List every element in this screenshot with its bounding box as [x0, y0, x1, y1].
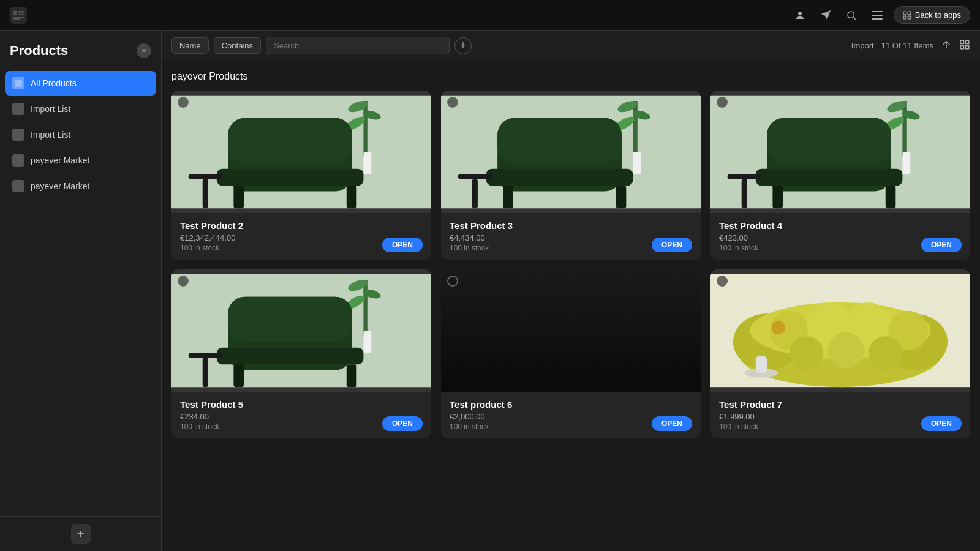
- sidebar-item-icon: [12, 154, 24, 167]
- svg-rect-40: [363, 152, 371, 174]
- product-checkbox-3[interactable]: [447, 97, 458, 108]
- product-card-3[interactable]: Test Product 3 €4,434.00 100 in stock OP…: [441, 91, 701, 260]
- product-name-5: Test Product 5: [180, 399, 423, 410]
- svg-marker-7: [821, 10, 830, 20]
- open-product-button-6[interactable]: OPEN: [652, 416, 692, 431]
- svg-rect-76: [228, 297, 352, 342]
- sidebar-item-label: payever Market: [31, 156, 89, 165]
- svg-rect-1: [18, 11, 24, 13]
- svg-rect-3: [13, 17, 24, 18]
- sidebar-item-icon: [12, 129, 24, 141]
- svg-rect-53: [472, 179, 478, 208]
- svg-rect-82: [363, 331, 371, 353]
- open-product-button-2[interactable]: OPEN: [382, 238, 423, 252]
- product-info-7: Test Product 7 €1,999.00 100 in stock OP…: [710, 392, 970, 438]
- sidebar-footer: +: [0, 516, 161, 551]
- open-product-button-4[interactable]: OPEN: [921, 238, 962, 252]
- svg-point-94: [869, 336, 902, 370]
- product-info-3: Test Product 3 €4,434.00 100 in stock OP…: [441, 213, 701, 260]
- sidebar-item-payever-market-2[interactable]: payever Market: [5, 174, 156, 198]
- sidebar: Products × All Products Import List Imp: [0, 31, 162, 551]
- svg-rect-67: [742, 179, 747, 208]
- open-product-button-7[interactable]: OPEN: [921, 416, 962, 431]
- sidebar-item-icon: [12, 180, 24, 192]
- sidebar-nav: All Products Import List Import List pay…: [0, 66, 161, 516]
- svg-rect-68: [902, 152, 910, 174]
- svg-rect-63: [756, 169, 903, 186]
- product-image-3: [441, 91, 701, 213]
- sidebar-item-import-list-1[interactable]: Import List: [5, 97, 156, 121]
- svg-rect-26: [966, 45, 969, 48]
- product-checkbox-6[interactable]: [447, 276, 458, 287]
- svg-rect-37: [347, 186, 357, 208]
- svg-point-92: [790, 336, 823, 370]
- filter-name-tag[interactable]: Name: [172, 37, 209, 54]
- toolbar-right: Import 11 Of 11 Items: [851, 39, 970, 53]
- svg-rect-16: [908, 16, 911, 19]
- product-name-4: Test Product 4: [719, 220, 962, 231]
- sidebar-item-label: All Products: [31, 78, 77, 88]
- product-card-4[interactable]: Test Product 4 €423.00 100 in stock OPEN: [710, 91, 970, 260]
- product-card-6[interactable]: Test product 6 €2,000.00 100 in stock OP…: [441, 269, 701, 438]
- svg-rect-25: [960, 45, 963, 48]
- product-info-6: Test product 6 €2,000.00 100 in stock OP…: [441, 392, 701, 438]
- svg-rect-97: [756, 356, 767, 373]
- product-name-2: Test Product 2: [180, 220, 423, 231]
- product-card-5[interactable]: Test Product 5 €234.00 100 in stock OPEN: [172, 269, 431, 438]
- svg-rect-17: [15, 80, 22, 87]
- main-layout: Products × All Products Import List Imp: [0, 31, 980, 551]
- app-icon[interactable]: [10, 7, 27, 24]
- svg-rect-48: [497, 118, 622, 163]
- add-collection-button[interactable]: +: [71, 524, 91, 544]
- sort-icon[interactable]: [941, 39, 952, 53]
- product-image-4: [710, 91, 970, 213]
- product-checkbox-5[interactable]: [178, 276, 189, 287]
- svg-rect-39: [203, 179, 208, 208]
- product-image-7: [710, 269, 970, 392]
- search-input[interactable]: [266, 37, 450, 54]
- product-info-2: Test Product 2 €12,342,444.00 100 in sto…: [172, 213, 431, 260]
- svg-rect-24: [966, 40, 969, 43]
- sidebar-item-icon: [12, 77, 24, 89]
- back-to-apps-button[interactable]: Back to apps: [894, 6, 970, 24]
- import-button[interactable]: Import: [851, 41, 874, 50]
- svg-rect-35: [217, 169, 364, 186]
- svg-rect-19: [15, 131, 22, 138]
- product-info-4: Test Product 4 €423.00 100 in stock OPEN: [710, 213, 970, 260]
- sidebar-close-button[interactable]: ×: [137, 43, 151, 58]
- add-filter-button[interactable]: +: [454, 37, 472, 54]
- svg-rect-12: [872, 18, 883, 20]
- send-icon[interactable]: [816, 6, 835, 24]
- svg-rect-18: [15, 105, 22, 113]
- svg-rect-51: [616, 186, 627, 208]
- sidebar-item-import-list-2[interactable]: Import List: [5, 122, 156, 147]
- svg-rect-29: [363, 101, 368, 157]
- open-product-button-5[interactable]: OPEN: [382, 416, 423, 431]
- svg-rect-79: [347, 364, 357, 387]
- product-card-2[interactable]: Test Product 2 €12,342,444.00 100 in sto…: [172, 91, 431, 260]
- topbar: Back to apps: [0, 0, 980, 31]
- user-icon[interactable]: [791, 6, 809, 24]
- product-card-7[interactable]: Test Product 7 €1,999.00 100 in stock OP…: [710, 269, 970, 438]
- sidebar-item-icon: [12, 103, 24, 115]
- toolbar: Name Contains + Import 11 Of 11 Items: [162, 31, 980, 61]
- sidebar-item-payever-market-1[interactable]: payever Market: [5, 148, 156, 173]
- product-checkbox-7[interactable]: [717, 276, 728, 287]
- svg-point-95: [772, 321, 785, 334]
- filter-contains-tag[interactable]: Contains: [214, 37, 261, 54]
- sidebar-title: Products: [10, 43, 68, 59]
- menu-icon[interactable]: [868, 6, 886, 24]
- product-image-5: [172, 269, 431, 392]
- grid-view-icon[interactable]: [959, 39, 970, 53]
- product-checkbox-4[interactable]: [717, 97, 728, 108]
- search-icon[interactable]: [842, 6, 861, 24]
- product-checkbox-2[interactable]: [178, 97, 189, 108]
- sidebar-item-all-products[interactable]: All Products: [5, 71, 156, 96]
- svg-rect-14: [908, 12, 911, 15]
- svg-point-5: [798, 12, 802, 15]
- svg-rect-38: [189, 174, 222, 179]
- svg-rect-64: [772, 186, 783, 208]
- open-product-button-3[interactable]: OPEN: [652, 238, 692, 252]
- content: Name Contains + Import 11 Of 11 Items: [162, 31, 980, 551]
- svg-rect-36: [233, 186, 244, 208]
